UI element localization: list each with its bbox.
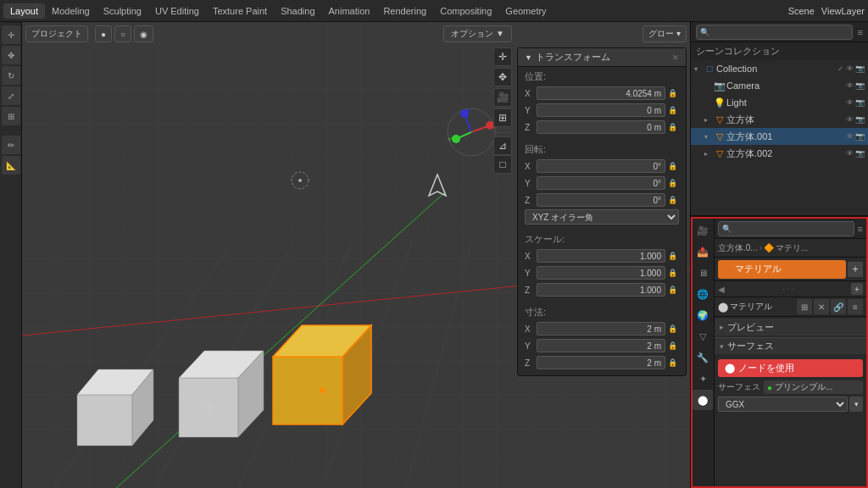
annotate-tool[interactable]: ✏: [2, 136, 20, 154]
pos-y-lock[interactable]: 🔒: [665, 106, 679, 114]
scale-x-lock[interactable]: 🔒: [665, 252, 679, 260]
preview-header[interactable]: ▸ プレビュー: [715, 319, 866, 336]
pos-y-input[interactable]: [537, 103, 665, 117]
scale-tool[interactable]: ⤢: [2, 86, 20, 105]
light-render[interactable]: 📷: [855, 98, 865, 107]
mat-btn-link[interactable]: 🔗: [831, 299, 846, 314]
tab-sculpting[interactable]: Sculpting: [97, 3, 148, 19]
cube2-render[interactable]: 📷: [855, 132, 865, 141]
dim-y-input[interactable]: [537, 339, 665, 352]
scale-y-lock[interactable]: 🔒: [665, 269, 679, 277]
tab-geometry[interactable]: Geometry: [498, 3, 553, 19]
collection-eye[interactable]: 👁: [846, 64, 854, 73]
viewlayer-selector[interactable]: ViewLayer: [821, 6, 865, 16]
rot-y-lock[interactable]: 🔒: [665, 179, 679, 187]
cursor-tool[interactable]: ✛: [2, 25, 20, 44]
dim-y-lock[interactable]: 🔒: [665, 341, 679, 350]
grid-side-btn[interactable]: ⊞: [493, 108, 512, 127]
mat-btn-copy[interactable]: ⊞: [797, 299, 812, 314]
scale-z-lock[interactable]: 🔒: [665, 286, 679, 294]
prop-tab-particles[interactable]: ✦: [693, 369, 713, 389]
collection-render[interactable]: 📷: [855, 64, 865, 73]
ggx-dropdown-btn[interactable]: ▾: [849, 396, 863, 412]
scale-y-input[interactable]: [537, 266, 665, 280]
tab-texture-paint[interactable]: Texture Paint: [206, 3, 274, 19]
prop-tab-object[interactable]: ▽: [693, 326, 713, 347]
panel-header-transform[interactable]: ▼ トランスフォーム ✕: [518, 48, 686, 67]
tab-rendering[interactable]: Rendering: [376, 3, 433, 19]
dim-side-btn[interactable]: □: [493, 155, 512, 174]
outliner-item-collection[interactable]: ▾ □ Collection ✓ 👁 📷: [691, 60, 868, 77]
outliner-item-camera[interactable]: ▸ 📷 Camera 👁 📷: [691, 77, 868, 94]
pos-x-input[interactable]: [537, 86, 665, 100]
ggx-select[interactable]: GGX: [718, 396, 848, 412]
rot-x-input[interactable]: [537, 159, 665, 173]
mat-btn-settings[interactable]: ≡: [848, 299, 863, 314]
material-add-btn2[interactable]: +: [851, 283, 863, 295]
light-eye[interactable]: 👁: [846, 98, 854, 107]
tab-uv-editing[interactable]: UV Editing: [148, 3, 206, 19]
dim-x-lock[interactable]: 🔒: [665, 324, 679, 333]
pos-z-lock[interactable]: 🔒: [665, 123, 679, 131]
prop-tab-material[interactable]: ⬤: [693, 390, 713, 410]
outliner-item-cube2[interactable]: ▾ ▽ 立方体.001 👁 📷: [691, 128, 868, 145]
scale-x-input[interactable]: [537, 249, 665, 263]
pos-z-input[interactable]: [537, 120, 665, 134]
prop-tab-output[interactable]: 📤: [693, 241, 713, 262]
surface-value[interactable]: ● プリンシブル...: [764, 380, 863, 394]
camera-eye[interactable]: 👁: [846, 81, 854, 90]
tab-modeling[interactable]: Modeling: [45, 3, 97, 19]
cursor-side-btn[interactable]: ✛: [493, 47, 512, 66]
dim-z-lock[interactable]: 🔒: [665, 358, 679, 367]
surface-header[interactable]: ▾ サーフェス: [715, 337, 866, 354]
prop-tab-scene[interactable]: 🌐: [693, 284, 713, 304]
viewport-shading-material[interactable]: ○: [114, 25, 131, 42]
tab-animation[interactable]: Animation: [322, 3, 377, 19]
transform-tool[interactable]: ⊞: [2, 107, 20, 125]
viewport-view-menu[interactable]: プロジェクト: [25, 25, 88, 42]
dim-x-input[interactable]: [537, 322, 665, 336]
cube3-eye[interactable]: 👁: [846, 149, 854, 158]
prop-tab-world[interactable]: 🌍: [693, 305, 713, 325]
panel-pin[interactable]: ✕: [672, 53, 679, 62]
prop-tab-render[interactable]: 🎥: [693, 220, 713, 241]
outliner-item-light[interactable]: ▸ 💡 Light 👁 📷: [691, 94, 868, 111]
rot-x-lock[interactable]: 🔒: [665, 162, 679, 170]
outliner-item-cube1[interactable]: ▸ ▽ 立方体 👁 📷: [691, 111, 868, 128]
view-side-btn[interactable]: ⊿: [493, 136, 512, 155]
tab-shading[interactable]: Shading: [274, 3, 321, 19]
scene-selector[interactable]: Scene: [788, 6, 815, 16]
cube2-eye[interactable]: 👁: [846, 132, 854, 141]
tab-compositing[interactable]: Compositing: [433, 3, 498, 19]
cube3-render[interactable]: 📷: [855, 149, 865, 158]
pos-x-lock[interactable]: 🔒: [665, 89, 679, 97]
tab-layout[interactable]: Layout: [3, 3, 45, 19]
measure-tool[interactable]: 📐: [2, 156, 20, 175]
material-slot-name[interactable]: マテリアル: [718, 260, 846, 279]
camera-side-btn[interactable]: 🎥: [493, 88, 512, 107]
options-button[interactable]: オプション ▼: [443, 25, 512, 42]
prop-search-box[interactable]: 🔍: [718, 221, 854, 236]
rot-y-input[interactable]: [537, 176, 665, 190]
viewport-shading-rendered[interactable]: ◉: [134, 25, 153, 42]
cube1-render[interactable]: 📷: [855, 115, 865, 124]
viewport-shading-solid[interactable]: ●: [95, 25, 112, 42]
outliner-item-cube3[interactable]: ▸ ▽ 立方体.002 👁 📷: [691, 145, 868, 162]
outliner-search[interactable]: 🔍: [696, 25, 853, 40]
mat-btn-x[interactable]: ✕: [814, 299, 829, 314]
dim-z-input[interactable]: [537, 356, 665, 369]
scale-z-input[interactable]: [537, 283, 665, 297]
viewport-3d[interactable]: X Z Y プロジェクト ● ○ ◉ グロー ▾: [22, 22, 690, 488]
outliner-filter-icon[interactable]: ≡: [858, 27, 863, 37]
prop-tab-modifier[interactable]: 🔧: [693, 347, 713, 368]
material-left-arrow[interactable]: ◀: [718, 285, 725, 294]
node-use-button[interactable]: ⬤ ノードを使用: [718, 359, 863, 377]
move-side-btn[interactable]: ✥: [493, 68, 512, 86]
material-add-btn[interactable]: +: [848, 262, 863, 277]
rotate-tool[interactable]: ↻: [2, 66, 20, 85]
prop-tab-view[interactable]: 🖥: [693, 263, 713, 283]
collection-checkbox[interactable]: ✓: [837, 64, 844, 73]
cube1-eye[interactable]: 👁: [846, 115, 854, 124]
glow-btn[interactable]: グロー ▾: [643, 25, 687, 42]
move-tool[interactable]: ✥: [2, 46, 20, 64]
